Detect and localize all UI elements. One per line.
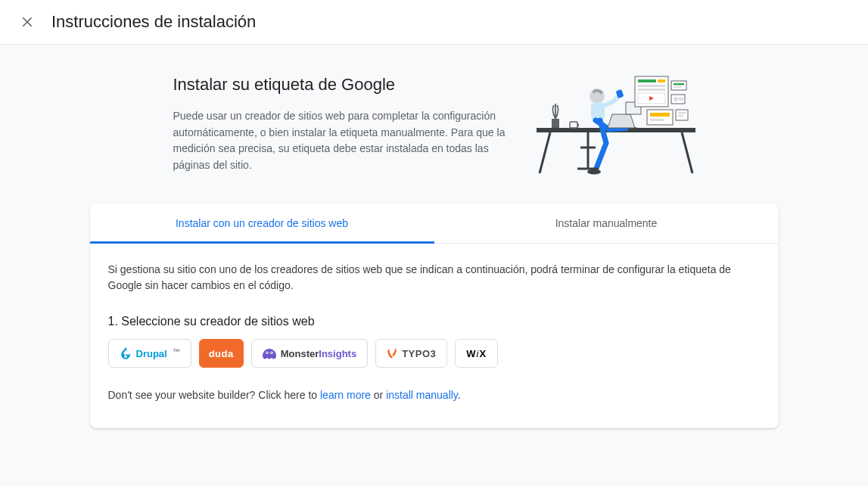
builder-monsterinsights-label: MonsterInsights <box>281 348 356 359</box>
help-prefix: Don't see your website builder? Click he… <box>108 389 320 401</box>
install-manually-link[interactable]: install manually <box>386 389 458 401</box>
svg-rect-14 <box>638 79 656 82</box>
install-card: Instalar con un creador de sitios web In… <box>90 204 779 428</box>
svg-rect-30 <box>678 112 686 114</box>
monsterinsights-icon <box>263 347 276 359</box>
drupal-icon <box>120 347 132 360</box>
builder-monsterinsights[interactable]: MonsterInsights <box>251 339 368 368</box>
builder-typo3[interactable]: TYPO3 <box>375 339 447 368</box>
builder-duda[interactable]: duda <box>199 339 244 368</box>
intro-text: Instalar su etiqueta de Google Puede usa… <box>173 75 506 181</box>
tab-bar: Instalar con un creador de sitios web In… <box>90 204 779 244</box>
tab-manual[interactable]: Instalar manualmente <box>434 204 779 243</box>
svg-point-11 <box>587 169 601 175</box>
svg-rect-26 <box>647 110 673 125</box>
svg-line-3 <box>540 132 550 173</box>
intro-description: Puede usar un creador de sitios web para… <box>173 108 506 174</box>
hero-illustration <box>537 75 695 181</box>
close-icon <box>20 15 34 29</box>
svg-rect-15 <box>658 79 665 82</box>
tab-builder-panel: Si gestiona su sitio con uno de los crea… <box>90 244 779 428</box>
svg-rect-22 <box>674 86 681 88</box>
svg-rect-25 <box>679 98 683 101</box>
svg-rect-16 <box>638 85 665 87</box>
svg-rect-20 <box>671 81 686 90</box>
tab-builder[interactable]: Instalar con un creador de sitios web <box>90 204 434 243</box>
page-title: Instrucciones de instalación <box>51 12 256 32</box>
intro-section: Instalar su etiqueta de Google Puede usa… <box>90 75 779 181</box>
trademark-icon: ™ <box>173 347 180 356</box>
svg-rect-6 <box>570 122 577 128</box>
builder-wix-label: WiX <box>466 348 487 359</box>
content: Instalar su etiqueta de Google Puede usa… <box>0 45 868 486</box>
builder-duda-label: duda <box>209 348 234 359</box>
help-line: Don't see your website builder? Click he… <box>108 389 761 401</box>
builder-drupal-label: Drupal <box>136 348 167 359</box>
learn-more-link[interactable]: learn more <box>320 389 371 401</box>
svg-rect-5 <box>552 119 559 128</box>
builder-drupal[interactable]: Drupal™ <box>108 339 191 368</box>
close-button[interactable] <box>18 13 36 31</box>
builder-typo3-label: TYPO3 <box>402 348 436 359</box>
svg-rect-31 <box>678 115 683 117</box>
svg-point-24 <box>674 97 678 101</box>
builder-list: Drupal™ duda MonsterInsights TYPO3 WiX <box>108 339 761 368</box>
svg-point-35 <box>271 352 272 353</box>
help-suffix: . <box>458 389 461 401</box>
svg-rect-27 <box>650 113 670 117</box>
svg-rect-17 <box>638 89 665 91</box>
step-1-title: 1. Seleccione su creador de sitios web <box>108 315 761 328</box>
dialog-header: Instrucciones de instalación <box>0 0 868 45</box>
builder-wix[interactable]: WiX <box>455 339 498 368</box>
svg-rect-28 <box>650 119 664 121</box>
typo3-icon <box>387 348 397 359</box>
svg-rect-21 <box>674 83 684 85</box>
intro-title: Instalar su etiqueta de Google <box>173 75 506 95</box>
svg-point-34 <box>266 352 268 353</box>
builder-tab-description: Si gestiona su sitio con uno de los crea… <box>108 262 761 294</box>
help-middle: or <box>371 389 386 401</box>
svg-line-4 <box>682 132 692 173</box>
